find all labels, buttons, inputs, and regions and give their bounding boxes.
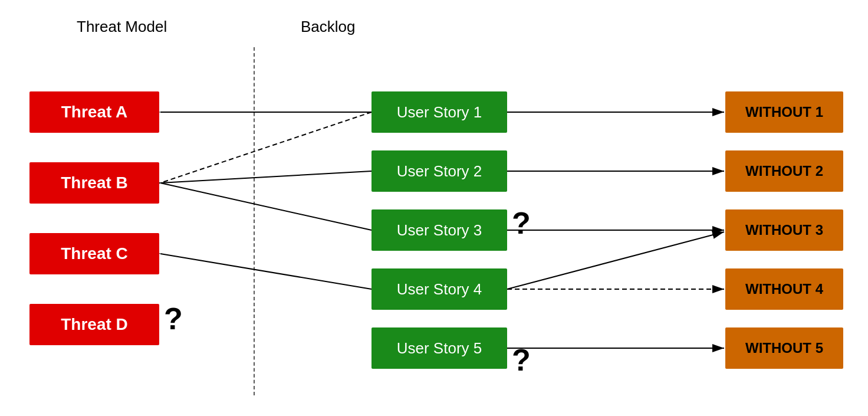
- story-3-box: User Story 3: [371, 209, 507, 251]
- story-4-box: User Story 4: [371, 268, 507, 310]
- arrow-story1-threatB-dashed: [160, 112, 371, 183]
- diagram-container: Threat Model Backlog: [0, 0, 868, 416]
- divider: [254, 47, 255, 395]
- without-5-box: WITHOUT 5: [725, 327, 843, 369]
- without-1-box: WITHOUT 1: [725, 91, 843, 133]
- backlog-header: Backlog: [301, 18, 356, 36]
- story-5-box: User Story 5: [371, 327, 507, 369]
- threat-a-box: Threat A: [29, 91, 159, 133]
- threat-b-box: Threat B: [29, 162, 159, 204]
- without-3-box: WITHOUT 3: [725, 209, 843, 251]
- threat-d-question: ?: [164, 301, 183, 336]
- story-2-box: User Story 2: [371, 150, 507, 192]
- without-2-box: WITHOUT 2: [725, 150, 843, 192]
- threat-c-box: Threat C: [29, 233, 159, 274]
- story-1-box: User Story 1: [371, 91, 507, 133]
- arrow-story4-without3: [507, 232, 724, 289]
- arrow-story4-threatC: [160, 254, 371, 289]
- arrow-story3-threatB: [160, 183, 371, 230]
- arrow-story2-threatB: [160, 171, 371, 183]
- without-4-box: WITHOUT 4: [725, 268, 843, 310]
- threat-model-header: Threat Model: [77, 18, 167, 36]
- story-5-question: ?: [512, 342, 531, 378]
- threat-d-box: Threat D: [29, 304, 159, 345]
- story-3-question: ?: [512, 205, 531, 241]
